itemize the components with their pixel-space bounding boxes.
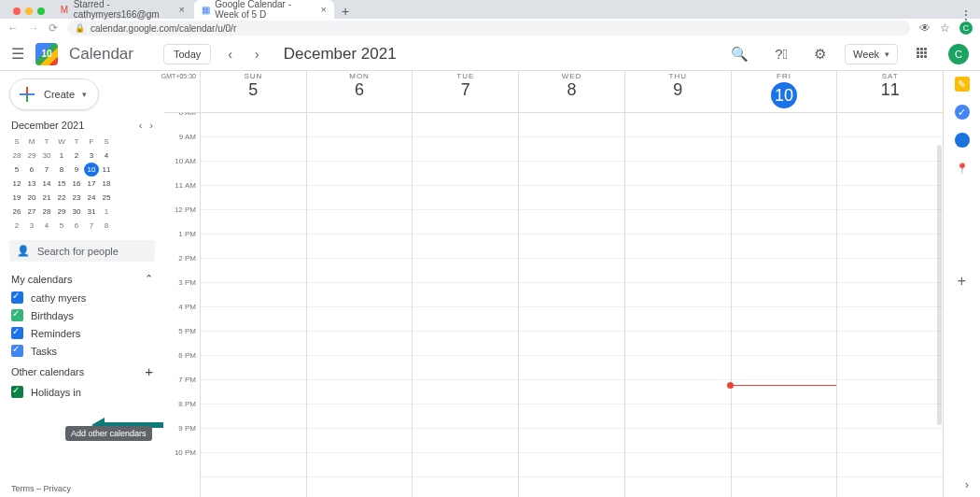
mini-day[interactable]: 7 <box>39 163 54 177</box>
time-slot[interactable] <box>307 283 413 307</box>
time-slot[interactable] <box>307 137 413 162</box>
mini-day[interactable]: 14 <box>39 177 54 191</box>
new-tab-button[interactable]: + <box>334 4 357 19</box>
time-slot[interactable] <box>519 210 624 234</box>
mini-day[interactable]: 1 <box>99 205 114 219</box>
time-slot[interactable] <box>201 429 306 453</box>
contacts-icon[interactable]: 👤 <box>955 133 970 148</box>
time-slot[interactable] <box>413 283 518 307</box>
time-slot[interactable] <box>201 137 306 162</box>
time-slot[interactable] <box>625 453 731 477</box>
mini-day[interactable]: 2 <box>69 149 84 163</box>
settings-icon[interactable]: ⚙ <box>806 46 833 63</box>
time-slot[interactable] <box>519 380 624 405</box>
time-slot[interactable] <box>625 186 731 210</box>
day-number[interactable]: 7 <box>461 80 470 99</box>
mini-day[interactable]: 11 <box>99 163 114 177</box>
day-header[interactable]: SAT11 <box>836 71 943 112</box>
maximize-window-icon[interactable] <box>37 7 45 15</box>
mini-day[interactable]: 28 <box>39 205 54 219</box>
time-slot[interactable] <box>307 356 413 380</box>
privacy-link[interactable]: Privacy <box>44 484 72 493</box>
day-header[interactable]: FRI10 <box>731 71 837 112</box>
time-slot[interactable] <box>625 162 731 186</box>
time-slot[interactable] <box>201 113 306 137</box>
search-people-input[interactable]: 👤 Search for people <box>9 240 155 262</box>
mini-day[interactable]: 12 <box>9 177 24 191</box>
back-button[interactable]: ← <box>7 21 19 35</box>
my-calendars-header[interactable]: My calendars ⌃ <box>9 269 155 289</box>
search-icon[interactable]: 🔍 <box>723 46 756 63</box>
time-slot[interactable] <box>201 307 306 332</box>
time-slot[interactable] <box>413 113 518 137</box>
time-slot[interactable] <box>732 453 837 477</box>
time-slot[interactable] <box>413 332 518 356</box>
time-slot[interactable] <box>837 210 943 234</box>
time-slot[interactable] <box>307 405 413 429</box>
time-slot[interactable] <box>732 380 837 405</box>
time-slot[interactable] <box>837 453 943 477</box>
calendar-item[interactable]: Tasks <box>9 342 155 360</box>
time-slot[interactable] <box>625 307 731 332</box>
mini-day[interactable]: 16 <box>69 177 84 191</box>
time-slot[interactable] <box>519 283 624 307</box>
day-number[interactable]: 10 <box>771 82 797 108</box>
mini-day[interactable]: 13 <box>24 177 39 191</box>
main-menu-button[interactable]: ☰ <box>11 45 24 63</box>
time-slot[interactable] <box>625 113 731 137</box>
time-slot[interactable] <box>732 356 837 380</box>
time-slot[interactable] <box>307 162 413 186</box>
day-number[interactable]: 6 <box>355 80 364 99</box>
today-button[interactable]: Today <box>163 44 211 64</box>
time-slot[interactable] <box>519 162 624 186</box>
close-window-icon[interactable] <box>13 7 21 15</box>
time-slot[interactable] <box>732 307 837 332</box>
checkbox[interactable] <box>11 327 23 339</box>
profile-avatar[interactable]: C <box>959 21 973 35</box>
day-column[interactable] <box>200 113 306 497</box>
mini-day[interactable]: 10 <box>84 163 99 177</box>
help-icon[interactable]: ?⃝ <box>767 46 795 62</box>
time-slot[interactable] <box>837 380 943 405</box>
time-slot[interactable] <box>837 113 943 137</box>
time-slot[interactable] <box>413 259 518 283</box>
time-slot[interactable] <box>413 307 518 332</box>
time-slot[interactable] <box>519 307 624 332</box>
time-slot[interactable] <box>625 259 731 283</box>
minimize-window-icon[interactable] <box>25 7 33 15</box>
time-slot[interactable] <box>519 405 624 429</box>
time-slot[interactable] <box>413 186 518 210</box>
mini-day[interactable]: 17 <box>84 177 99 191</box>
time-slot[interactable] <box>413 380 518 405</box>
day-column[interactable] <box>412 113 518 497</box>
day-number[interactable]: 11 <box>881 80 900 99</box>
mini-day[interactable]: 3 <box>84 149 99 163</box>
mini-next-button[interactable]: › <box>149 120 153 131</box>
time-slot[interactable] <box>307 259 413 283</box>
time-grid[interactable]: 8 AM9 AM10 AM11 AM12 PM1 PM2 PM3 PM4 PM5… <box>164 113 943 497</box>
checkbox[interactable] <box>11 309 23 321</box>
time-slot[interactable] <box>519 356 624 380</box>
browser-tab-calendar[interactable]: ▦ Google Calendar - Week of 5 D × <box>194 0 334 19</box>
time-slot[interactable] <box>837 162 943 186</box>
day-number[interactable]: 8 <box>567 80 577 99</box>
time-slot[interactable] <box>732 429 837 453</box>
time-slot[interactable] <box>201 283 306 307</box>
time-slot[interactable] <box>201 380 306 405</box>
time-slot[interactable] <box>625 210 731 234</box>
create-button[interactable]: Create ▾ <box>9 78 99 110</box>
time-slot[interactable] <box>201 210 306 234</box>
time-slot[interactable] <box>413 210 518 234</box>
add-other-calendars-button[interactable]: + <box>145 363 153 379</box>
time-slot[interactable] <box>837 356 943 380</box>
time-slot[interactable] <box>201 405 306 429</box>
time-slot[interactable] <box>625 380 731 405</box>
calendar-item[interactable]: Birthdays <box>9 306 155 324</box>
time-slot[interactable] <box>307 210 413 234</box>
mini-day[interactable]: 18 <box>99 177 114 191</box>
date-range-title[interactable]: December 2021 <box>284 45 397 64</box>
time-slot[interactable] <box>519 137 624 162</box>
time-slot[interactable] <box>519 234 624 259</box>
time-slot[interactable] <box>837 234 943 259</box>
time-slot[interactable] <box>837 332 943 356</box>
